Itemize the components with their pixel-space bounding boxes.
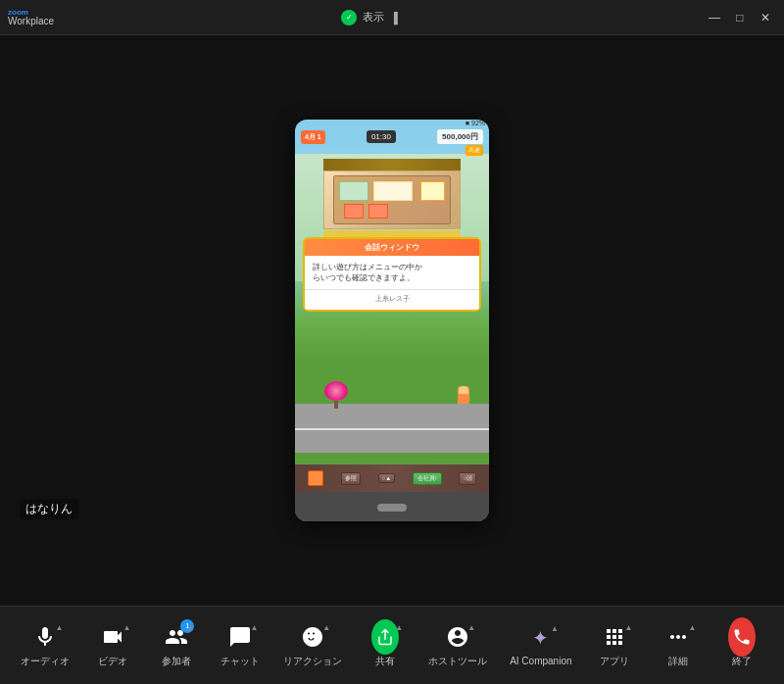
building xyxy=(314,159,470,247)
dialog-title: 会話ウィンドウ xyxy=(305,239,479,256)
chat-icon: ▲ xyxy=(226,623,254,651)
toolbar-participants[interactable]: 1 ▲ 参加者 xyxy=(152,617,201,674)
more-label: 詳細 xyxy=(668,655,688,668)
end-label: 終了 xyxy=(732,655,752,668)
game-character xyxy=(458,386,469,404)
dialog-character-name: 上糸レス子 xyxy=(305,289,479,310)
ai-sparkle-icon: ✦ xyxy=(532,626,549,650)
host-tools-svg xyxy=(446,625,469,649)
toolbar-share[interactable]: ▲ 共有 xyxy=(361,617,410,674)
display-label: 表示 xyxy=(363,10,384,24)
game-top-bar: 4月 1 01:30 500,000円 xyxy=(295,129,489,144)
dialog-text: 詳しい遊び方はメニューの中からいつでも確認できますよ。 xyxy=(313,263,422,282)
building-main xyxy=(323,171,461,229)
game-btn-green[interactable]: 会社員! xyxy=(413,472,442,485)
video-caret[interactable]: ▲ xyxy=(123,623,131,632)
toolbar-video[interactable]: ▲ ビデオ xyxy=(88,617,137,674)
participant-name: はなりん xyxy=(20,499,78,519)
game-area[interactable]: ■ 92% 4月 1 01:30 500,000円 高速 xyxy=(295,120,489,521)
pink-tree-trunk xyxy=(334,401,338,409)
participants-caret[interactable]: ▲ xyxy=(186,623,194,632)
game-btn-3[interactable]: ○頭 xyxy=(459,472,476,485)
share-icon: ▲ xyxy=(371,623,399,651)
ai-companion-icon: ✦ ▲ xyxy=(527,624,555,652)
share-label: 共有 xyxy=(375,655,395,668)
status-bar: ■ 92% xyxy=(466,120,485,126)
toolbar-reactions[interactable]: ▲ リアクション xyxy=(279,617,346,674)
more-caret[interactable]: ▲ xyxy=(689,623,697,632)
chat-svg xyxy=(228,625,252,649)
zoom-logo: zoom Workplace xyxy=(8,9,35,26)
end-icon xyxy=(728,623,756,651)
end-button[interactable] xyxy=(728,617,756,657)
game-avatar[interactable] xyxy=(308,470,323,486)
toolbar-apps[interactable]: ▲ アプリ xyxy=(590,617,639,674)
minimize-button[interactable]: — xyxy=(704,7,725,28)
reactions-caret[interactable]: ▲ xyxy=(322,623,330,632)
apps-label: アプリ xyxy=(600,655,629,668)
dialog-content: 詳しい遊び方はメニューの中からいつでも確認できますよ。 xyxy=(305,256,479,289)
share-caret[interactable]: ▲ xyxy=(395,623,403,632)
participants-label: 参加者 xyxy=(162,655,191,668)
apps-caret[interactable]: ▲ xyxy=(625,623,633,632)
video-icon: ▲ xyxy=(99,623,126,651)
game-btn-1[interactable]: 参照 xyxy=(341,472,361,485)
camera-indicator: ▐ xyxy=(390,12,398,24)
more-svg xyxy=(666,625,690,649)
chat-label: チャット xyxy=(220,655,260,668)
toolbar-more[interactable]: ▲ 詳細 xyxy=(654,617,703,674)
phone-screen: ■ 92% 4月 1 01:30 500,000円 高速 xyxy=(295,120,489,521)
ai-companion-label: AI Companion xyxy=(510,656,571,666)
audio-icon: ▲ xyxy=(31,623,59,651)
game-date: 4月 1 xyxy=(301,130,325,144)
reactions-svg xyxy=(301,625,324,649)
shield-icon: ✓ xyxy=(341,10,357,25)
game-bottom-bar: 参照 ○▲ 会社員! ○頭 xyxy=(295,464,489,492)
chat-caret[interactable]: ▲ xyxy=(250,623,258,632)
title-center: ✓ 表示 ▐ xyxy=(341,10,398,25)
host-tools-caret[interactable]: ▲ xyxy=(467,623,475,632)
toolbar-ai-companion[interactable]: ✦ ▲ AI Companion xyxy=(506,618,575,672)
main-content: ■ 92% 4月 1 01:30 500,000円 高速 xyxy=(0,35,784,606)
building-roof xyxy=(323,159,461,171)
apps-svg xyxy=(603,625,626,649)
ai-caret[interactable]: ▲ xyxy=(551,624,559,633)
pink-tree xyxy=(324,381,348,409)
microphone-svg xyxy=(33,625,57,649)
title-bar: zoom Workplace ✓ 表示 ▐ — □ ✕ xyxy=(0,0,784,35)
apps-icon: ▲ xyxy=(601,623,628,651)
more-icon: ▲ xyxy=(664,623,692,651)
game-time: 01:30 xyxy=(367,130,396,143)
maximize-button[interactable]: □ xyxy=(729,7,751,28)
host-tools-icon: ▲ xyxy=(444,623,471,651)
title-left: zoom Workplace xyxy=(8,9,35,26)
end-svg xyxy=(732,627,752,647)
participants-icon: 1 ▲ xyxy=(163,623,190,651)
share-svg xyxy=(376,628,394,646)
toolbar-audio[interactable]: ▲ オーディオ xyxy=(17,617,74,674)
game-btn-2[interactable]: ○▲ xyxy=(378,473,396,483)
gray-btn[interactable] xyxy=(377,504,407,512)
toolbar-end[interactable]: 終了 xyxy=(717,617,766,674)
toolbar-chat[interactable]: ▲ チャット xyxy=(216,617,265,674)
road-line xyxy=(295,428,489,430)
reactions-label: リアクション xyxy=(283,655,342,668)
reactions-icon: ▲ xyxy=(299,623,326,651)
video-label: ビデオ xyxy=(98,655,127,668)
toolbar-host-tools[interactable]: ▲ ホストツール xyxy=(424,617,491,674)
audio-label: オーディオ xyxy=(21,655,70,668)
video-svg xyxy=(101,625,124,649)
bottom-toolbar: ▲ オーディオ ▲ ビデオ 1 ▲ 参加者 ▲ チャ xyxy=(0,606,784,684)
host-tools-label: ホストツール xyxy=(428,655,487,668)
gray-bottom xyxy=(295,492,489,521)
audio-caret[interactable]: ▲ xyxy=(56,623,64,632)
speed-indicator: 高速 xyxy=(466,145,483,156)
pink-tree-top xyxy=(324,381,348,401)
window-controls: — □ ✕ xyxy=(704,7,776,28)
close-button[interactable]: ✕ xyxy=(755,7,776,28)
game-money: 500,000円 xyxy=(437,129,483,144)
app-name: Workplace xyxy=(8,17,54,26)
dialog-box[interactable]: 会話ウィンドウ 詳しい遊び方はメニューの中からいつでも確認できますよ。 上糸レス… xyxy=(303,237,481,312)
road xyxy=(295,404,489,453)
